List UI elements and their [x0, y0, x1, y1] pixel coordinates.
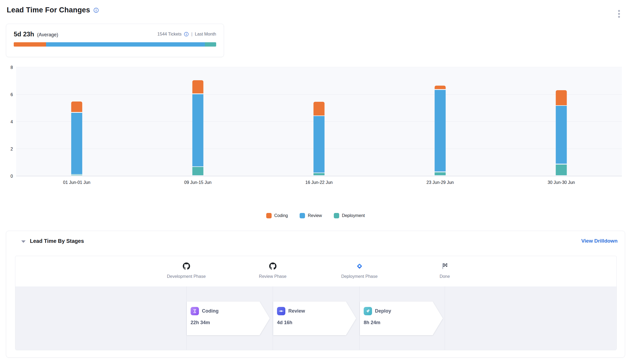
average-label: (Average) [37, 32, 58, 37]
github-icon [183, 262, 190, 271]
bar-segment-coding[interactable] [71, 102, 82, 112]
bar-segment-coding[interactable] [192, 80, 204, 94]
period-label: Last Month [195, 32, 216, 37]
legend-swatch [300, 213, 305, 218]
legend-swatch [334, 213, 339, 218]
page-title: Lead Time For Changes [7, 6, 90, 14]
stages-section-header: Lead Time By Stages View Drilldown [6, 238, 625, 246]
distribution-segment-review [46, 42, 205, 47]
checkered-flag-icon [441, 262, 448, 271]
y-axis-tick: 4 [4, 120, 13, 124]
column-divider [359, 286, 360, 350]
bar-segment-review[interactable] [314, 116, 325, 173]
phase-done: Done [415, 256, 474, 286]
phase-development: Development Phase [157, 256, 216, 286]
y-axis-tick: 0 [4, 174, 13, 179]
kebab-menu-icon[interactable] [616, 8, 622, 20]
bar-segment-coding[interactable] [314, 102, 325, 116]
chart-x-axis: 01 Jun-01 Jun09 Jun-15 Jun16 Jun-22 Jun2… [16, 180, 622, 185]
phase-label: Deployment Phase [341, 274, 377, 279]
rocket-icon [364, 307, 372, 315]
collapse-caret-icon[interactable] [21, 240, 26, 243]
bar-segment-deployment[interactable] [192, 167, 204, 175]
stage-card-review[interactable]: Review 4d 16h [273, 302, 356, 335]
bar-segment-deployment[interactable] [435, 172, 446, 175]
phase-review: Review Phase [243, 256, 302, 286]
distribution-segment-deployment [205, 42, 216, 47]
hourglass-icon [191, 307, 199, 315]
summary-card: 5d 23h (Average) 1544 Tickets | Last Mon… [6, 24, 224, 57]
jira-icon [356, 262, 363, 271]
column-divider [273, 286, 273, 350]
stage-band: Coding 22h 34m [15, 286, 617, 350]
chart-legend: CodingReviewDeployment [0, 213, 631, 218]
stage-title: Deploy [375, 308, 391, 314]
bar-30Jun-30Jun [556, 68, 567, 176]
bar-segment-review[interactable] [192, 94, 204, 166]
info-icon[interactable] [93, 8, 99, 13]
separator: | [191, 32, 192, 37]
stages-table: Development Phase Review Phase Deploymen… [15, 256, 617, 350]
bar-segment-deployment[interactable] [71, 175, 82, 175]
tickets-info-icon[interactable] [184, 32, 189, 37]
x-axis-label: 16 Jun-22 Jun [258, 180, 380, 185]
y-axis-tick: 6 [4, 92, 13, 97]
x-axis-label: 01 Jun-01 Jun [16, 180, 137, 185]
bar-segment-review[interactable] [71, 113, 82, 174]
stage-duration: 4d 16h [277, 320, 356, 326]
bar-01Jun-01Jun [71, 68, 82, 176]
column-divider [186, 286, 187, 350]
tickets-count: 1544 Tickets [157, 32, 182, 37]
chart-plot-area [16, 68, 622, 176]
legend-item-coding[interactable]: Coding [266, 213, 288, 218]
y-axis-tick: 8 [4, 65, 13, 70]
stages-section-title: Lead Time By Stages [30, 238, 84, 244]
lead-time-by-stages-panel: Lead Time By Stages View Drilldown Devel… [6, 231, 625, 358]
stage-duration: 8h 24m [364, 320, 443, 326]
bar-segment-review[interactable] [435, 90, 446, 172]
bar-16Jun-22Jun [314, 68, 325, 176]
phase-label: Done [440, 274, 450, 279]
legend-label: Deployment [342, 213, 365, 218]
bar-09Jun-15Jun [192, 68, 204, 176]
phase-label: Review Phase [259, 274, 286, 279]
x-axis-label: 30 Jun-30 Jun [501, 180, 622, 185]
legend-item-deployment[interactable]: Deployment [334, 213, 365, 218]
stage-duration: 22h 34m [191, 320, 270, 326]
stage-title: Coding [202, 308, 219, 314]
legend-swatch [266, 213, 272, 218]
bar-segment-deployment[interactable] [556, 164, 567, 175]
git-commit-icon [277, 307, 285, 315]
average-value: 5d 23h [14, 30, 34, 38]
y-axis-tick: 2 [4, 147, 13, 152]
column-divider [445, 286, 445, 350]
stage-card-deploy[interactable]: Deploy 8h 24m [360, 302, 443, 335]
average-lead-time: 5d 23h (Average) [14, 30, 58, 38]
distribution-segment-coding [14, 42, 46, 47]
bar-segment-coding[interactable] [435, 86, 446, 89]
x-axis-label: 23 Jun-29 Jun [380, 180, 501, 185]
bar-23Jun-29Jun [435, 68, 446, 176]
bar-segment-deployment[interactable] [314, 173, 325, 175]
legend-item-review[interactable]: Review [300, 213, 322, 218]
x-axis-label: 09 Jun-15 Jun [137, 180, 258, 185]
stage-title: Review [288, 308, 305, 314]
stage-card-coding[interactable]: Coding 22h 34m [187, 302, 270, 335]
bar-segment-coding[interactable] [556, 90, 567, 105]
phase-label: Development Phase [167, 274, 206, 279]
legend-label: Review [308, 213, 322, 218]
github-icon [269, 262, 276, 271]
dashboard-page: Lead Time For Changes 5d 23h (Average) 1… [0, 0, 631, 364]
view-drilldown-link[interactable]: View Drilldown [581, 238, 618, 244]
gridline-y8 [16, 67, 622, 67]
phase-deployment: Deployment Phase [330, 256, 389, 286]
page-header: Lead Time For Changes [7, 6, 99, 14]
bar-segment-review[interactable] [556, 106, 567, 164]
legend-label: Coding [274, 213, 288, 218]
lead-time-distribution-bar [14, 42, 216, 47]
